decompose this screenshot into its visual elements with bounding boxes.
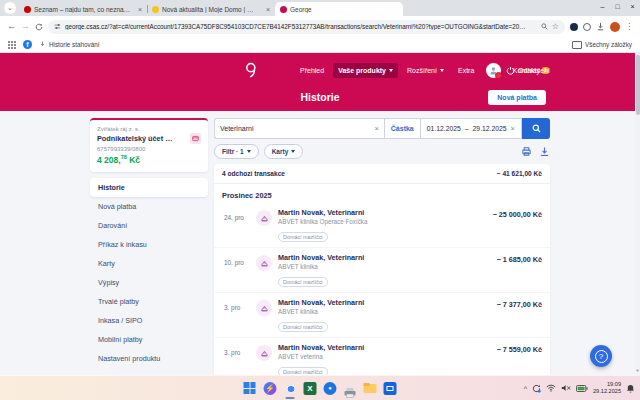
transaction-amount: − 7 559,00 Kč: [497, 345, 542, 354]
sidebar: Zvířátek ráj z. s. Podnikatelský účet … …: [90, 118, 208, 375]
profile-avatar[interactable]: [610, 22, 620, 32]
transaction-category-tag[interactable]: Domácí mazlíčci: [278, 367, 328, 375]
browser-tab-george[interactable]: George: [275, 2, 403, 16]
tab-close-icon[interactable]: ×: [138, 6, 142, 13]
facebook-bookmark-icon[interactable]: f: [23, 40, 32, 49]
taskbar-clock[interactable]: 19:09 29.12.2025: [593, 381, 621, 395]
transaction-subtitle: ABVET klinika: [278, 308, 491, 315]
clear-search-icon[interactable]: ×: [374, 124, 378, 133]
george-app: Přehled Vaše produkty Rozšíření Extra FI…: [0, 53, 640, 375]
transaction-category-tag[interactable]: Domácí mazlíčci: [278, 322, 328, 332]
export-download-icon[interactable]: [539, 146, 550, 157]
date-to[interactable]: 29.12.2025: [473, 125, 507, 132]
nav-vase-produkty[interactable]: Vaše produkty: [333, 63, 398, 78]
blue-app-icon[interactable]: ●: [324, 382, 337, 395]
battery-icon[interactable]: [576, 385, 588, 392]
browser-tab-seznam[interactable]: Seznam – najdu tam, co nezna… ×: [19, 2, 147, 16]
tab-title: Seznam – najdu tam, co nezna…: [34, 6, 135, 13]
envelope-icon: [387, 386, 394, 391]
all-bookmarks-button[interactable]: Všechny záložky: [572, 41, 632, 49]
sidebar-item-historie[interactable]: Historie: [90, 178, 208, 197]
start-button[interactable]: [244, 382, 257, 395]
scrollbar-down-icon[interactable]: ▼: [635, 368, 640, 373]
reload-icon[interactable]: [35, 23, 43, 31]
sidebar-item-prikaz-k-inkasu[interactable]: Příkaz k inkasu: [90, 235, 208, 254]
sidebar-item-darovani[interactable]: Darování: [90, 216, 208, 235]
sync-icon[interactable]: [532, 384, 541, 393]
account-balance: 4 208,78 Kč: [97, 154, 201, 165]
george-logo[interactable]: [245, 62, 257, 78]
wifi-icon[interactable]: [546, 384, 556, 392]
transaction-row[interactable]: 24. pro Martin Novak, Veterinarni ABVET …: [214, 203, 550, 247]
date-from[interactable]: 01.12.2025: [427, 125, 461, 132]
filter-chip[interactable]: Filtr · 1: [214, 144, 259, 159]
chevron-down-icon: [440, 69, 444, 72]
extension-icon-2[interactable]: [583, 23, 591, 31]
transaction-category-tag[interactable]: Domácí mazlíčci: [278, 232, 328, 242]
bookmark-history-downloads[interactable]: Historie stahování: [39, 41, 99, 48]
address-bar[interactable]: george.csas.cz/?at=c#/currentAccount/173…: [48, 20, 565, 34]
scrollbar-thumb[interactable]: [636, 55, 640, 115]
help-chat-button[interactable]: ?: [590, 345, 612, 367]
transaction-row[interactable]: 3. pro Martin Novak, Veterinarni ABVET k…: [214, 292, 550, 337]
bookmark-label: Historie stahování: [49, 41, 99, 48]
search-input[interactable]: [220, 125, 371, 132]
printer-app-icon[interactable]: [344, 382, 357, 395]
chrome-icon[interactable]: [284, 382, 297, 395]
cards-chip[interactable]: Karty: [264, 144, 304, 159]
clear-date-icon[interactable]: ×: [511, 124, 515, 133]
search-field[interactable]: ×: [214, 118, 384, 139]
file-explorer-icon[interactable]: [364, 382, 377, 395]
print-icon[interactable]: [521, 146, 532, 157]
clock-date: 29.12.2025: [593, 388, 621, 395]
forward-button[interactable]: →: [21, 22, 30, 31]
bookmark-star-icon[interactable]: ☆: [552, 22, 559, 31]
tab-close-icon[interactable]: ×: [266, 6, 270, 13]
date-range-field[interactable]: 01.12.2025 – 29.12.2025 ×: [421, 118, 522, 139]
transaction-row[interactable]: 3. pro Martin Novak, Veterinarni ABVET v…: [214, 337, 550, 375]
browser-scrollbar[interactable]: ▼: [635, 53, 640, 375]
transaction-category-tag[interactable]: Domácí mazlíčci: [278, 277, 328, 287]
tab-search-icon[interactable]: ⌄: [4, 2, 16, 14]
all-bookmarks-label: Všechny záložky: [585, 41, 632, 48]
tab-title: Nová aktualita | Moje Domo | …: [162, 6, 263, 13]
nav-rozsireni[interactable]: Rozšíření: [402, 63, 449, 78]
nav-prehled[interactable]: Přehled: [295, 63, 329, 78]
messenger-icon[interactable]: ⚡: [264, 382, 277, 395]
user-avatar[interactable]: [486, 63, 501, 78]
power-icon: [506, 66, 515, 75]
volume-muted-icon[interactable]: [561, 384, 571, 392]
sidebar-item-karty[interactable]: Karty: [90, 254, 208, 273]
browser-menu-icon[interactable]: ⋮: [625, 22, 633, 31]
notification-bell-icon[interactable]: [626, 384, 635, 393]
transaction-date: 10. pro: [224, 259, 250, 266]
sidebar-item-nastaveni-produktu[interactable]: Nastavení produktu: [90, 349, 208, 368]
filter-chips-row: Filtr · 1 Karty: [214, 144, 550, 159]
close-button[interactable]: ×: [625, 0, 640, 14]
sidebar-item-mobilni-platby[interactable]: Mobilní platby: [90, 330, 208, 349]
new-payment-button[interactable]: Nová platba: [488, 90, 546, 105]
sidebar-item-nova-platba[interactable]: Nová platba: [90, 197, 208, 216]
logout-button[interactable]: Odhlášení: [506, 66, 550, 75]
extension-icon[interactable]: [570, 23, 578, 31]
maximize-button[interactable]: □: [610, 0, 625, 14]
nav-extra[interactable]: Extra: [453, 63, 479, 78]
minimize-button[interactable]: –: [595, 0, 610, 14]
apps-grid-icon[interactable]: [8, 41, 16, 49]
downloads-icon[interactable]: [596, 22, 605, 31]
browser-tab-aktualita[interactable]: Nová aktualita | Moje Domo | … ×: [147, 2, 275, 16]
search-button[interactable]: [522, 118, 550, 139]
sidebar-item-vypisy[interactable]: Výpisy: [90, 273, 208, 292]
zoom-icon[interactable]: [541, 23, 548, 30]
tray-chevron-up-icon[interactable]: ^: [524, 385, 527, 392]
question-mark-icon: ?: [595, 350, 608, 363]
back-button[interactable]: ←: [7, 22, 16, 31]
account-card[interactable]: Zvířátek ráj z. s. Podnikatelský účet … …: [90, 118, 208, 172]
sidebar-item-trvale-platby[interactable]: Trvalé platby: [90, 292, 208, 311]
mail-app-icon[interactable]: [384, 382, 397, 395]
sidebar-item-inkasa-sipo[interactable]: Inkasa / SIPO: [90, 311, 208, 330]
excel-icon[interactable]: X: [304, 382, 317, 395]
transaction-row[interactable]: 10. pro Martin Novak, Veterinarni ABVET …: [214, 247, 550, 292]
amount-filter-button[interactable]: Částka: [384, 118, 421, 139]
summary-total: − 41 621,00 Kč: [497, 170, 542, 177]
